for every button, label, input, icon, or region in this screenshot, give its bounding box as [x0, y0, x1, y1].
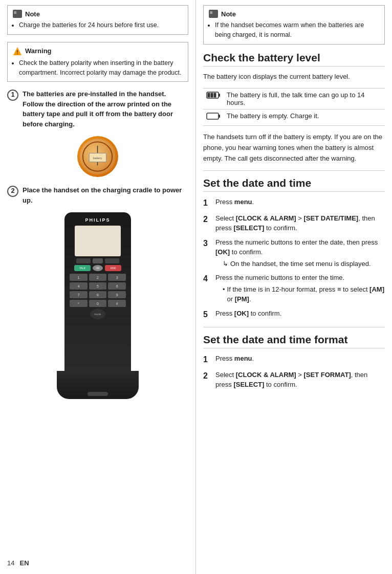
format-step-num-1: 1 — [203, 354, 211, 366]
right-column: ≡ Note If the handset becomes warm when … — [196, 0, 392, 574]
battery-section: Check the battery level The battery icon… — [203, 52, 385, 164]
note-body-2: If the handset becomes warm when the bat… — [209, 20, 379, 40]
note-header-2: ≡ Note — [209, 10, 379, 18]
warning-body: Check the battery polarity when insertin… — [13, 58, 183, 78]
set-date-time-label: [SET DATE/TIME] — [304, 214, 359, 222]
key-1: 1 — [70, 274, 88, 281]
warning-icon: ! — [13, 47, 22, 56]
note-body-1: Charge the batteries for 24 hours before… — [13, 20, 183, 30]
phone-btn-left — [76, 258, 91, 263]
datetime-format-section: Set the date and time format 1 Press men… — [203, 334, 385, 390]
step-1: 1 The batteries are pre-installed in the… — [7, 89, 188, 129]
page-lang: EN — [19, 559, 29, 567]
datetime-step-4-bullet-text: If the time is in 12-hour format, press … — [227, 284, 385, 304]
datetime-step-4-bullet: • If the time is in 12-hour format, pres… — [223, 284, 385, 304]
datetime-step-num-4: 4 — [203, 273, 211, 304]
step-number-2: 2 — [7, 186, 18, 197]
datetime-step-body-1: Press menu. — [215, 197, 385, 209]
phone-image: PHILIPS TALK OK END 1 2 — [7, 212, 188, 399]
select-label-1: [SELECT] — [233, 224, 264, 232]
datetime-step-3: 3 Press the numeric buttons to enter the… — [203, 237, 385, 269]
warning-label: Warning — [25, 47, 52, 55]
bullet-icon-1: • — [223, 284, 225, 304]
phone-nav-row: TALK OK END — [74, 265, 121, 271]
phone-body: PHILIPS TALK OK END 1 2 — [64, 212, 131, 371]
am-label: [AM] — [369, 285, 384, 293]
svg-rect-8 — [219, 94, 220, 97]
phone-btn-mid — [93, 258, 103, 263]
battery-full-desc: The battery is full, the talk time can g… — [224, 89, 385, 109]
note-icon-1: ≡ — [13, 10, 22, 18]
note-item-2-0: If the handset becomes warm when the bat… — [215, 20, 379, 40]
datetime-step-5: 5 Press [OK] to confirm. — [203, 308, 385, 321]
note-header-1: ≡ Note — [13, 10, 183, 18]
key-star: * — [70, 300, 88, 307]
format-step-body-2: Select [CLOCK & ALARM] > [SET FORMAT], t… — [215, 370, 385, 390]
ok-label-1: [OK] — [215, 248, 230, 256]
datetime-step-body-2: Select [CLOCK & ALARM] > [SET DATE/TIME]… — [215, 213, 385, 233]
warning-header: ! Warning — [13, 47, 183, 56]
phone-keypad: 1 2 3 4 5 6 7 8 9 * 0 # — [64, 274, 131, 307]
key-9: 9 — [108, 291, 126, 298]
phone-brand: PHILIPS — [85, 217, 110, 223]
note-box-2: ≡ Note If the handset becomes warm when … — [203, 5, 385, 45]
datetime-section: Set the date and time 1 Press menu. 2 Se… — [203, 177, 385, 321]
key-3: 3 — [108, 274, 126, 281]
battery-circle: ↑ battery — [77, 136, 118, 177]
step-text-2: Place the handset on the charging cradle… — [23, 185, 188, 205]
clock-alarm-label-2: [CLOCK & ALARM] — [236, 371, 296, 379]
divider-2 — [203, 327, 385, 327]
svg-text:battery: battery — [93, 157, 102, 160]
svg-text:!: ! — [16, 50, 18, 55]
phone-ok-btn: OK — [93, 265, 103, 271]
battery-empty-desc: The battery is empty. Charge it. — [224, 109, 385, 126]
phone-cradle — [57, 371, 139, 399]
datetime-step-num-1: 1 — [203, 197, 211, 209]
battery-empty-icon-cell — [203, 109, 224, 126]
format-step-1: 1 Press menu. — [203, 354, 385, 366]
datetime-step-4: 4 Press the numeric buttons to enter the… — [203, 273, 385, 304]
cradle-base — [88, 392, 108, 396]
phone-mute-btn: mute — [90, 309, 105, 319]
left-column: ≡ Note Charge the batteries for 24 hours… — [0, 0, 196, 574]
svg-rect-10 — [211, 93, 213, 98]
datetime-step-2: 2 Select [CLOCK & ALARM] > [SET DATE/TIM… — [203, 213, 385, 233]
key-7: 7 — [70, 291, 88, 298]
datetime-step-body-5: Press [OK] to confirm. — [215, 308, 385, 321]
format-step-num-2: 2 — [203, 370, 211, 390]
format-step-2: 2 Select [CLOCK & ALARM] > [SET FORMAT],… — [203, 370, 385, 390]
menu-label-1: menu — [234, 198, 252, 206]
datetime-step-body-4: Press the numeric buttons to enter the t… — [215, 273, 385, 304]
divider-1 — [203, 170, 385, 171]
battery-section-title: Check the battery level — [203, 52, 385, 67]
phone-talk-btn: TALK — [74, 265, 91, 271]
datetime-step-body-3: Press the numeric buttons to enter the d… — [215, 237, 385, 269]
datetime-step-num-2: 2 — [203, 213, 211, 233]
phone-screen — [75, 226, 121, 256]
note-item-1-0: Charge the batteries for 24 hours before… — [19, 20, 183, 30]
phone-btn-right — [105, 258, 119, 263]
arrow-right-icon-1: ↳ — [223, 259, 228, 269]
svg-rect-13 — [219, 115, 220, 118]
set-format-label: [SET FORMAT] — [304, 371, 351, 379]
datetime-format-title: Set the date and time format — [203, 334, 385, 348]
datetime-step-num-5: 5 — [203, 308, 211, 321]
datetime-step-3-sub: ↳ On the handset, the time set menu is d… — [223, 259, 385, 269]
note-label-2: Note — [221, 10, 236, 18]
battery-diagram: ↑ battery — [7, 136, 188, 177]
page-footer: 14 EN — [7, 559, 29, 567]
battery-full-icon-cell — [203, 89, 224, 109]
key-2: 2 — [89, 274, 107, 281]
step-2: 2 Place the handset on the charging crad… — [7, 185, 188, 205]
warning-box: ! Warning Check the battery polarity whe… — [7, 42, 188, 82]
battery-footer: The handsets turn off if the battery is … — [203, 132, 385, 164]
note-label-1: Note — [25, 10, 40, 18]
svg-rect-12 — [207, 113, 219, 119]
hash-label: ≡ — [337, 285, 341, 293]
battery-row-full: The battery is full, the talk time can g… — [203, 89, 385, 109]
key-0: 0 — [89, 300, 107, 307]
menu-label-2: menu — [234, 355, 252, 362]
page-number: 14 — [7, 559, 14, 567]
battery-circle-inner: ↑ battery — [80, 139, 116, 174]
svg-rect-9 — [208, 93, 210, 98]
